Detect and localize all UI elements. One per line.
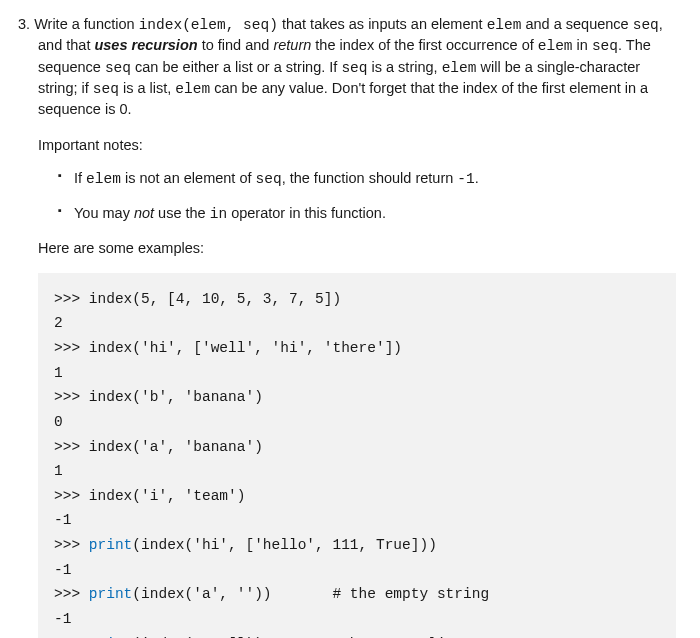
problem-number: 3. [18,16,30,32]
notes-heading: Important notes: [38,135,682,155]
code-examples: >>> index(5, [4, 10, 5, 3, 7, 5]) 2 >>> … [38,273,676,638]
note-item: You may not use the in operator in this … [58,203,682,224]
problem-statement: 3. Write a function index(elem, seq) tha… [38,14,682,119]
note-item: If elem is not an element of seq, the fu… [58,168,682,189]
notes-list: If elem is not an element of seq, the fu… [58,168,682,225]
examples-heading: Here are some examples: [38,238,682,258]
problem-body: Write a function index(elem, seq) that t… [34,16,663,117]
